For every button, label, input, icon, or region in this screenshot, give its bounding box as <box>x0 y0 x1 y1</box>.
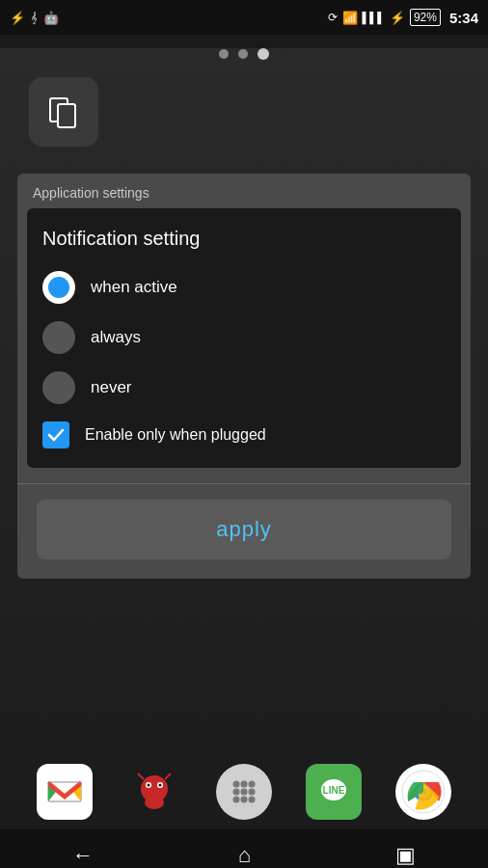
radio-label-always: always <box>91 328 141 347</box>
svg-point-18 <box>232 789 239 796</box>
status-bar: ⚡ 𝄞 🤖 ⟳ 📶 ▌▌▌ ⚡ 92% 5:34 <box>0 0 488 35</box>
wifi-icon: 📶 <box>342 11 358 25</box>
svg-point-15 <box>232 781 239 788</box>
radio-label-never: never <box>91 378 132 397</box>
dock-chrome[interactable] <box>395 764 451 820</box>
all-apps-icon <box>227 774 261 809</box>
battery-level: 92% <box>410 9 441 26</box>
dock-line[interactable]: LINE <box>306 764 362 820</box>
android-icon: 🤖 <box>43 11 59 25</box>
svg-point-11 <box>158 784 161 787</box>
checkbox-box-plugged <box>42 421 69 448</box>
page-dots <box>0 48 488 60</box>
svg-point-14 <box>145 796 164 809</box>
notification-dialog: Notification setting when active always … <box>27 208 461 468</box>
gmail-icon <box>46 778 83 805</box>
page-dot-2 <box>238 49 248 59</box>
svg-point-20 <box>248 789 255 796</box>
svg-point-10 <box>147 784 149 787</box>
rotation-app-icon[interactable] <box>29 77 98 147</box>
back-button[interactable]: ← <box>72 843 94 868</box>
rotate-icon: ⟳ <box>328 11 338 24</box>
svg-point-19 <box>240 789 247 796</box>
apply-button-label: apply <box>216 517 272 541</box>
status-time: 5:34 <box>449 10 478 26</box>
usb-icon: ⚡ <box>10 11 25 25</box>
home-button[interactable]: ⌂ <box>238 843 251 868</box>
page-dot-3 <box>258 48 269 60</box>
apply-button[interactable]: apply <box>37 500 451 559</box>
page-dot-1 <box>219 49 229 59</box>
app-icon-container <box>29 77 98 147</box>
creature-icon <box>130 768 178 816</box>
radio-always[interactable]: always <box>42 321 446 354</box>
desktop: Application settings Notification settin… <box>0 48 488 868</box>
svg-point-23 <box>248 797 255 803</box>
charge-icon: ⚡ <box>390 11 405 25</box>
dock-gmail[interactable] <box>37 764 93 820</box>
headset-icon: 𝄞 <box>31 12 38 24</box>
signal-icon: ▌▌▌ <box>363 12 385 23</box>
dock-all-apps[interactable] <box>216 764 272 820</box>
checkmark-icon <box>46 425 66 445</box>
svg-point-17 <box>248 781 255 788</box>
status-icons-left: ⚡ 𝄞 🤖 <box>10 11 59 25</box>
svg-point-21 <box>232 797 239 803</box>
settings-panel-title: Application settings <box>17 174 471 208</box>
checkbox-plugged[interactable]: Enable only when plugged <box>42 421 446 448</box>
nav-bar: ← ⌂ ▣ <box>0 829 488 868</box>
svg-point-22 <box>240 797 247 803</box>
bottom-dock: LINE <box>0 754 488 829</box>
radio-circle-when-active <box>42 271 75 304</box>
chrome-icon <box>401 770 446 814</box>
checkbox-label-plugged: Enable only when plugged <box>85 426 266 444</box>
svg-rect-1 <box>58 104 75 127</box>
svg-text:LINE: LINE <box>323 785 345 796</box>
settings-panel: Application settings Notification settin… <box>17 174 471 579</box>
panel-divider <box>17 483 471 484</box>
dialog-title: Notification setting <box>42 228 446 250</box>
recents-button[interactable]: ▣ <box>395 843 416 868</box>
radio-circle-never <box>42 371 75 404</box>
svg-point-16 <box>240 781 247 788</box>
radio-circle-always <box>42 321 75 354</box>
radio-label-when-active: when active <box>91 278 177 297</box>
dock-bug-app[interactable] <box>126 764 182 820</box>
line-icon: LINE <box>314 773 353 811</box>
svg-line-12 <box>138 773 144 779</box>
status-icons-right: ⟳ 📶 ▌▌▌ ⚡ 92% 5:34 <box>328 9 478 26</box>
radio-never[interactable]: never <box>42 371 446 404</box>
svg-line-13 <box>165 773 171 779</box>
rotation-icon <box>42 91 85 133</box>
radio-when-active[interactable]: when active <box>42 271 446 304</box>
